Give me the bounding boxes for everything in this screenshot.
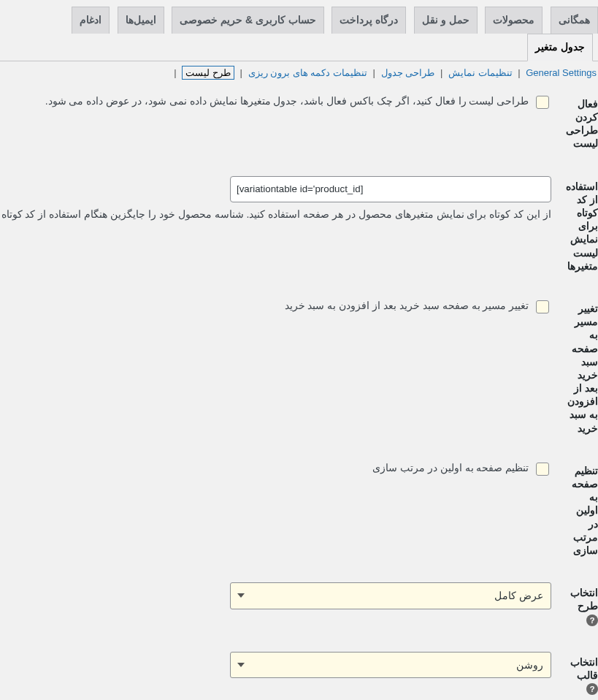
layout-select-wrap: عرض کامل [230,582,551,609]
sublink-table-design[interactable]: طراحی جدول [381,67,435,78]
row-layout-select: انتخاب طرح ? عرض کامل [0,571,598,641]
tab-emails[interactable]: ایمیل‌ها [118,7,164,34]
label-redirect-cart: تغییر مسیر به صفحه سبد خرید بعد از افزود… [559,287,598,449]
field-redirect-cart[interactable]: تغییر مسیر به صفحه سبد خرید بعد از افزود… [285,300,551,311]
separator: | [370,67,378,78]
select-layout[interactable]: عرض کامل [230,582,551,609]
row-shortcode: استفاده از کد کوتاه برای نمایش لیست متغی… [0,165,598,287]
settings-form: فعال کردن طراحی لیست طراحی لیست را فعال … [0,83,598,700]
separator: | [437,67,445,78]
separator: | [171,67,179,78]
input-shortcode[interactable] [230,176,551,203]
label-enable-list: فعال کردن طراحی لیست [559,83,598,165]
checkbox-redirect-cart[interactable] [536,300,549,313]
field-set-page-first[interactable]: تنظیم صفحه به اولین در مرتب سازی [372,463,551,473]
sublink-general-settings[interactable]: General Settings [526,67,597,78]
template-select-wrap: روشن [230,652,551,678]
row-template-select: انتخاب قالب ? روشن [0,641,598,700]
label-set-page-first: تنظیم صفحه به اولین در مرتب سازی [559,449,598,571]
tab-shipping[interactable]: حمل و نقل [414,7,478,34]
help-icon[interactable]: ? [586,683,598,695]
field-enable-list[interactable]: طراحی لیست را فعال کنید، اگر چک باکس فعا… [45,96,551,107]
tab-variation-table[interactable]: جدول متغیر [527,34,593,61]
tab-integration[interactable]: ادغام [72,7,110,34]
tab-payments[interactable]: درگاه پرداخت [331,7,406,34]
separator: | [515,67,523,78]
desc-shortcode: از این کد کوتاه برای نمایش متغیرهای محصو… [0,207,551,222]
separator: | [237,67,245,78]
select-template[interactable]: روشن [230,652,551,678]
row-set-page-first: تنظیم صفحه به اولین در مرتب سازی تنظیم ص… [0,449,598,571]
label-shortcode: استفاده از کد کوتاه برای نمایش لیست متغی… [559,165,598,287]
sublink-display-settings[interactable]: تنظیمات نمایش [448,67,513,78]
tab-products[interactable]: محصولات [485,7,543,34]
checkbox-enable-list[interactable] [536,96,549,109]
row-enable-list: فعال کردن طراحی لیست طراحی لیست را فعال … [0,83,598,165]
desc-enable-list: طراحی لیست را فعال کنید، اگر چک باکس فعا… [45,95,529,107]
subsection-links: General Settings | تنظیمات نمایش | طراحی… [0,61,598,83]
tab-account-privacy[interactable]: حساب کاربری & حریم خصوصی [172,7,324,34]
label-template-select: انتخاب قالب ? [559,641,598,700]
help-icon[interactable]: ? [586,615,598,626]
label-layout-select-text: انتخاب طرح [570,587,598,612]
sublink-list-layout[interactable]: طرح لیست [182,66,234,80]
label-template-select-text: انتخاب قالب [570,656,598,681]
desc-redirect-cart: تغییر مسیر به صفحه سبد خرید بعد از افزود… [285,300,529,311]
tab-general[interactable]: همگانی [551,7,598,34]
settings-tabs: همگانی محصولات حمل و نقل درگاه پرداخت حس… [0,0,598,61]
desc-set-page-first: تنظیم صفحه به اولین در مرتب سازی [372,462,529,473]
row-redirect-cart: تغییر مسیر به صفحه سبد خرید بعد از افزود… [0,287,598,449]
sublink-export-buttons[interactable]: تنظیمات دکمه های برون ریزی [248,67,367,78]
checkbox-set-page-first[interactable] [536,463,549,476]
label-layout-select: انتخاب طرح ? [559,571,598,641]
